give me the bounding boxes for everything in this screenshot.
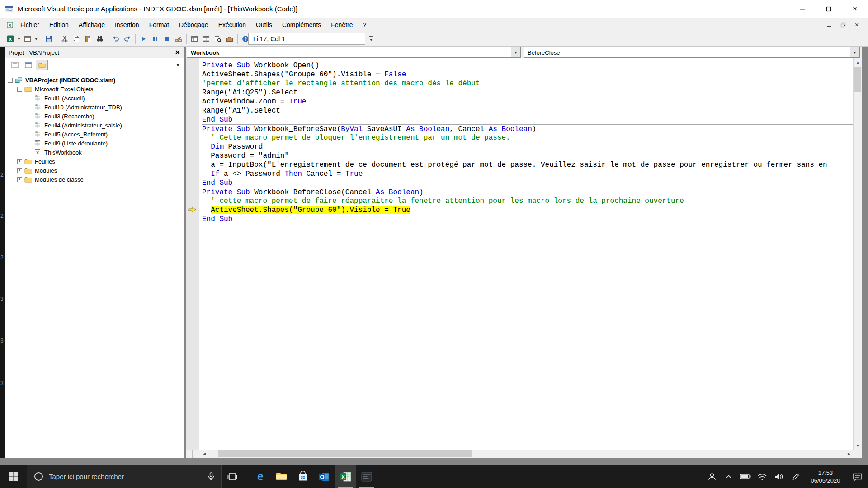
split-handle[interactable] <box>186 450 193 458</box>
find-button[interactable] <box>94 33 106 45</box>
tree-item-modules[interactable]: +Modules <box>5 166 184 175</box>
menu-complements[interactable]: Compléments <box>277 18 326 32</box>
menu-execution[interactable]: Exécution <box>213 18 251 32</box>
tree-item-feuil3-recherche[interactable]: Feuil3 (Recherche) <box>5 112 184 121</box>
start-button[interactable] <box>0 465 27 488</box>
horizontal-scrollbar[interactable]: ◀ ▶ <box>186 450 853 458</box>
task-view-button[interactable] <box>222 465 243 488</box>
people-icon[interactable] <box>703 465 720 488</box>
volume-icon[interactable] <box>770 465 787 488</box>
vba-app-icon <box>5 5 14 14</box>
tree-item-modules-de-classe[interactable]: +Modules de classe <box>5 175 184 184</box>
vba-editor-taskbar-icon[interactable] <box>356 465 377 488</box>
view-object-button[interactable] <box>22 60 34 70</box>
code-editor[interactable]: Private Sub Workbook_Open()ActiveSheet.S… <box>186 58 853 450</box>
background-row-number: 3 <box>0 296 4 302</box>
scroll-up-arrow[interactable]: ▲ <box>854 58 862 66</box>
tree-item-feuil1-accueil[interactable]: Feuil1 (Accueil) <box>5 94 184 103</box>
view-code-button[interactable] <box>9 60 21 70</box>
tree-item-vbaproject-index-gdoc-xlsm[interactable]: -VBAProject (INDEX GDOC.xlsm) <box>5 75 184 84</box>
taskbar-clock[interactable]: 17:53 06/05/2020 <box>804 469 847 484</box>
scroll-down-arrow[interactable]: ▼ <box>854 441 862 450</box>
break-button[interactable] <box>149 33 161 45</box>
collapse-box[interactable]: - <box>17 87 22 92</box>
menu-affichage[interactable]: Affichage <box>74 18 110 32</box>
sheet-icon <box>34 131 42 137</box>
explorer-taskbar-icon[interactable] <box>271 465 292 488</box>
save-button[interactable] <box>43 33 55 45</box>
object-dropdown[interactable]: Workbook ▼ <box>187 47 521 58</box>
expand-box[interactable]: + <box>17 177 22 182</box>
paste-button[interactable] <box>82 33 94 45</box>
child-restore-button[interactable] <box>836 19 850 30</box>
expand-box[interactable]: + <box>17 168 22 173</box>
action-center-button[interactable] <box>847 465 868 488</box>
tree-item-feuil4-administrateur-saisie[interactable]: Feuil4 (Administrateur_saisie) <box>5 121 184 130</box>
maximize-button[interactable] <box>816 0 842 18</box>
view-excel-dropdown-arrow[interactable]: ▼ <box>16 38 22 41</box>
chevron-down-icon[interactable]: ▼ <box>850 47 859 57</box>
toolbar-overflow-button[interactable]: ▼ <box>367 33 375 45</box>
tree-item-feuilles[interactable]: +Feuilles <box>5 157 184 166</box>
child-close-button[interactable]: × <box>850 19 863 30</box>
toolbox-button[interactable] <box>224 33 236 45</box>
tree-item-thisworkbook[interactable]: XThisWorkbook <box>5 148 184 157</box>
menu-fenetre[interactable]: Fenêtre <box>326 18 358 32</box>
project-explorer-button[interactable] <box>189 33 200 45</box>
tree-item-feuil5-acces-referent[interactable]: Feuil5 (Acces_Referent) <box>5 130 184 139</box>
insert-userform-dropdown-arrow[interactable]: ▼ <box>33 38 39 41</box>
view-excel-button[interactable]: X <box>5 33 16 45</box>
folder-icon <box>24 176 33 183</box>
collapse-box[interactable]: - <box>8 78 13 83</box>
insert-userform-button[interactable] <box>22 33 33 45</box>
child-minimize-button[interactable] <box>823 19 836 30</box>
pen-icon[interactable] <box>787 465 804 488</box>
microphone-icon[interactable] <box>207 472 216 482</box>
reset-button[interactable] <box>161 33 173 45</box>
menu-?[interactable]: ? <box>358 18 372 32</box>
tree-scroll-down-arrow[interactable]: ▼ <box>176 63 180 67</box>
close-button[interactable]: × <box>842 0 868 18</box>
project-panel-close-button[interactable]: × <box>175 48 180 56</box>
menu-fichier[interactable]: Fichier <box>15 18 44 32</box>
taskbar-search[interactable]: Taper ici pour rechercher <box>27 465 222 488</box>
tree-item-feuil9-liste-deroulante[interactable]: Feuil9 (Liste déroulante) <box>5 139 184 148</box>
procedure-dropdown[interactable]: BeforeClose ▼ <box>524 47 860 58</box>
vertical-scrollbar[interactable]: ▲ ▼ <box>853 58 862 450</box>
menu-outils[interactable]: Outils <box>251 18 277 32</box>
vertical-scrollbar-thumb[interactable] <box>854 67 861 92</box>
project-panel-title: Projet - VBAProject <box>9 49 59 56</box>
tree-item-microsoft-excel-objets[interactable]: -Microsoft Excel Objets <box>5 84 184 94</box>
excel-taskbar-icon[interactable]: X <box>335 465 356 488</box>
split-handle[interactable] <box>193 450 199 458</box>
edge-taskbar-icon[interactable]: e <box>250 465 271 488</box>
menu-insertion[interactable]: Insertion <box>110 18 144 32</box>
object-browser-button[interactable] <box>212 33 224 45</box>
menu-format[interactable]: Format <box>144 18 174 32</box>
code-line: End Sub <box>202 115 853 124</box>
menu-edition[interactable]: Edition <box>44 18 74 32</box>
cut-button[interactable] <box>59 33 71 45</box>
redo-button[interactable] <box>122 33 133 45</box>
tree-item-feuil10-administrateur-tdb[interactable]: Feuil10 (Administrateur_TDB) <box>5 103 184 112</box>
chevron-up-icon[interactable] <box>720 465 737 488</box>
minimize-button[interactable] <box>789 0 816 18</box>
scroll-right-arrow[interactable]: ▶ <box>845 450 853 458</box>
scroll-left-arrow[interactable]: ◀ <box>200 450 208 458</box>
outlook-taskbar-icon[interactable]: O <box>313 465 335 488</box>
store-taskbar-icon[interactable] <box>292 465 313 488</box>
expand-box[interactable]: + <box>17 159 22 164</box>
properties-window-button[interactable] <box>200 33 212 45</box>
battery-icon[interactable] <box>737 465 754 488</box>
run-button[interactable] <box>137 33 149 45</box>
chevron-down-icon[interactable]: ▼ <box>511 47 520 57</box>
undo-button[interactable] <box>110 33 122 45</box>
menu-debogage[interactable]: Débogage <box>174 18 213 32</box>
tree-item-label: Feuil3 (Recherche) <box>44 113 94 120</box>
copy-button[interactable] <box>71 33 82 45</box>
network-icon[interactable] <box>754 465 770 488</box>
toggle-folders-button[interactable] <box>36 60 48 70</box>
design-mode-button[interactable] <box>173 33 184 45</box>
horizontal-scrollbar-thumb[interactable] <box>218 450 472 457</box>
procedure-dropdown-value: BeforeClose <box>524 49 560 56</box>
